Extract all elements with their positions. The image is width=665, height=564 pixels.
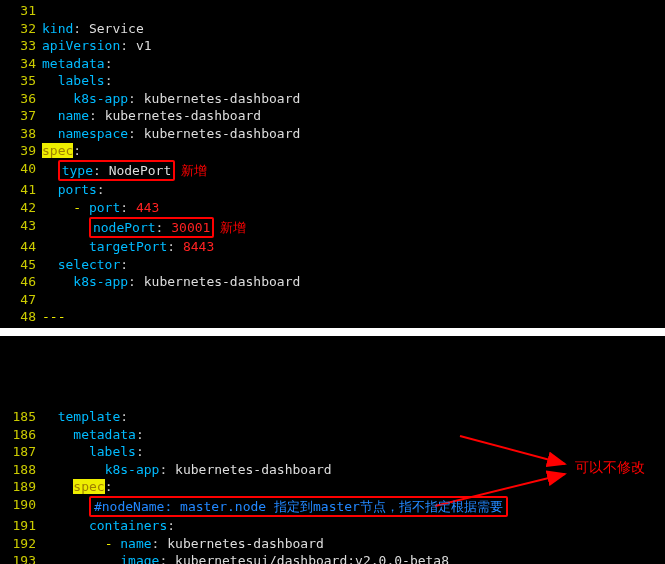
highlight-box: nodePort: 30001 bbox=[89, 217, 214, 239]
highlight-box: type: NodePort bbox=[58, 160, 176, 182]
line-content: selector: bbox=[42, 256, 665, 274]
line-content: spec: bbox=[42, 478, 665, 496]
line-number: 45 bbox=[0, 256, 42, 274]
code-line: 189 spec: bbox=[0, 478, 665, 496]
line-number: 187 bbox=[0, 443, 42, 461]
line-number: 42 bbox=[0, 199, 42, 217]
line-content: --- bbox=[42, 308, 665, 326]
line-content: k8s-app: kubernetes-dashboard bbox=[42, 461, 665, 479]
code-line: 187 labels: bbox=[0, 443, 665, 461]
code-line: 190 #nodeName: master.node 指定到master节点，指… bbox=[0, 496, 665, 518]
highlight-line-box: #nodeName: master.node 指定到master节点，指不指定根… bbox=[89, 496, 508, 518]
annotation-label: 新增 bbox=[181, 163, 207, 178]
code-line: 47 bbox=[0, 291, 665, 309]
line-number: 36 bbox=[0, 90, 42, 108]
line-number: 192 bbox=[0, 535, 42, 553]
code-line: 43 nodePort: 30001新增 bbox=[0, 217, 665, 239]
line-number: 40 bbox=[0, 160, 42, 182]
line-number: 33 bbox=[0, 37, 42, 55]
line-content: ports: bbox=[42, 181, 665, 199]
code-line: 37 name: kubernetes-dashboard bbox=[0, 107, 665, 125]
code-line: 39spec: bbox=[0, 142, 665, 160]
line-number: 186 bbox=[0, 426, 42, 444]
line-content: kind: Service bbox=[42, 20, 665, 38]
line-number: 39 bbox=[0, 142, 42, 160]
code-line: 31 bbox=[0, 2, 665, 20]
line-number: 37 bbox=[0, 107, 42, 125]
code-line: 48--- bbox=[0, 308, 665, 326]
line-content: spec: bbox=[42, 142, 665, 160]
code-line: 33apiVersion: v1 bbox=[0, 37, 665, 55]
code-line: 193 image: kubernetesui/dashboard:v2.0.0… bbox=[0, 552, 665, 564]
code-line: 41 ports: bbox=[0, 181, 665, 199]
line-content: metadata: bbox=[42, 426, 665, 444]
line-number: 41 bbox=[0, 181, 42, 199]
code-line: 38 namespace: kubernetes-dashboard bbox=[0, 125, 665, 143]
line-number: 44 bbox=[0, 238, 42, 256]
block-separator bbox=[0, 328, 665, 336]
code-line: 191 containers: bbox=[0, 517, 665, 535]
line-number: 34 bbox=[0, 55, 42, 73]
code-line: 42 - port: 443 bbox=[0, 199, 665, 217]
code-line: 188 k8s-app: kubernetes-dashboard bbox=[0, 461, 665, 479]
line-content: type: NodePort新增 bbox=[42, 160, 665, 182]
line-number: 32 bbox=[0, 20, 42, 38]
line-number: 193 bbox=[0, 552, 42, 564]
line-content bbox=[42, 2, 665, 20]
line-number: 48 bbox=[0, 308, 42, 326]
line-number: 189 bbox=[0, 478, 42, 496]
code-line: 35 labels: bbox=[0, 72, 665, 90]
line-content: nodePort: 30001新增 bbox=[42, 217, 665, 239]
line-content: k8s-app: kubernetes-dashboard bbox=[42, 273, 665, 291]
line-number: 185 bbox=[0, 408, 42, 426]
code-line: 46 k8s-app: kubernetes-dashboard bbox=[0, 273, 665, 291]
code-line: 36 k8s-app: kubernetes-dashboard bbox=[0, 90, 665, 108]
line-number: 43 bbox=[0, 217, 42, 239]
line-content bbox=[42, 291, 665, 309]
code-line: 186 metadata: bbox=[0, 426, 665, 444]
code-line: 32kind: Service bbox=[0, 20, 665, 38]
code-line: 45 selector: bbox=[0, 256, 665, 274]
line-content: image: kubernetesui/dashboard:v2.0.0-bet… bbox=[42, 552, 665, 564]
line-content: metadata: bbox=[42, 55, 665, 73]
line-number: 47 bbox=[0, 291, 42, 309]
line-content: namespace: kubernetes-dashboard bbox=[42, 125, 665, 143]
line-content: k8s-app: kubernetes-dashboard bbox=[42, 90, 665, 108]
line-content: template: bbox=[42, 408, 665, 426]
line-number: 38 bbox=[0, 125, 42, 143]
code-line: 192 - name: kubernetes-dashboard bbox=[0, 535, 665, 553]
line-number: 190 bbox=[0, 496, 42, 518]
line-number: 191 bbox=[0, 517, 42, 535]
code-block-1: 3132kind: Service33apiVersion: v134metad… bbox=[0, 0, 665, 328]
annotation-label: 新增 bbox=[220, 220, 246, 235]
code-line: 40 type: NodePort新增 bbox=[0, 160, 665, 182]
code-line: 34metadata: bbox=[0, 55, 665, 73]
line-content: name: kubernetes-dashboard bbox=[42, 107, 665, 125]
line-number: 46 bbox=[0, 273, 42, 291]
line-content: targetPort: 8443 bbox=[42, 238, 665, 256]
line-content: - name: kubernetes-dashboard bbox=[42, 535, 665, 553]
line-content: - port: 443 bbox=[42, 199, 665, 217]
line-number: 31 bbox=[0, 2, 42, 20]
line-content: labels: bbox=[42, 443, 665, 461]
line-content: labels: bbox=[42, 72, 665, 90]
line-number: 35 bbox=[0, 72, 42, 90]
line-content: apiVersion: v1 bbox=[42, 37, 665, 55]
code-block-2: 可以不修改 https://blog.csdn.net/weixin_44729… bbox=[0, 336, 665, 564]
line-content: #nodeName: master.node 指定到master节点，指不指定根… bbox=[42, 496, 665, 518]
code-line: 44 targetPort: 8443 bbox=[0, 238, 665, 256]
line-content: containers: bbox=[42, 517, 665, 535]
line-number: 188 bbox=[0, 461, 42, 479]
code-line: 185 template: bbox=[0, 408, 665, 426]
